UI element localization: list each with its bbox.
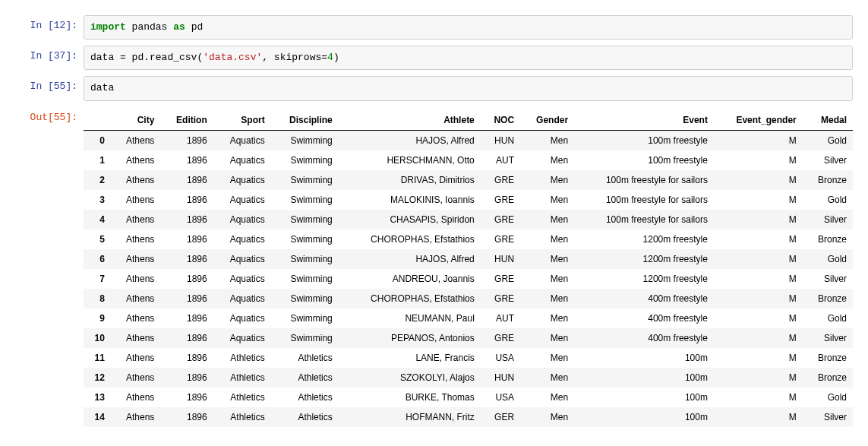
cell: 1896 <box>160 190 213 210</box>
row-index: 5 <box>84 229 111 249</box>
cell: Athletics <box>271 368 339 387</box>
cell: M <box>714 308 803 328</box>
row-index: 6 <box>84 249 111 269</box>
cell: 1896 <box>160 387 213 407</box>
cell: Men <box>520 387 574 407</box>
cell: Athletics <box>271 407 339 427</box>
table-row: 5Athens1896AquaticsSwimmingCHOROPHAS, Ef… <box>84 229 853 249</box>
cell: 1896 <box>160 308 213 328</box>
cell: 1200m freestyle <box>574 269 714 289</box>
code-text: data = pd.read_csv( <box>90 52 203 63</box>
cell: GRE <box>481 170 520 190</box>
cell: Swimming <box>271 289 339 308</box>
output-cell-3: Out[55]: City Edition Sport Discipline A… <box>0 107 868 427</box>
cell: GRE <box>481 210 520 229</box>
number-literal: 4 <box>327 52 333 63</box>
code-cell-1[interactable]: In [12]: import pandas as pd <box>0 15 868 40</box>
cell: 100m freestyle <box>574 150 714 170</box>
cell: Men <box>520 190 574 210</box>
cell: Gold <box>803 130 853 150</box>
cell: 100m <box>574 368 714 387</box>
code-input[interactable]: data = pd.read_csv('data.csv', skiprows=… <box>84 46 853 70</box>
row-index: 11 <box>84 348 111 368</box>
cell: Athletics <box>213 387 271 407</box>
col-header: Discipline <box>271 110 339 131</box>
cell: Athens <box>111 190 160 210</box>
cell: Men <box>520 150 574 170</box>
row-index: 8 <box>84 289 111 308</box>
cell: Men <box>520 130 574 150</box>
cell: Bronze <box>803 368 853 387</box>
cell: Gold <box>803 308 853 328</box>
header-row: City Edition Sport Discipline Athlete NO… <box>84 110 853 131</box>
code-cell-2[interactable]: In [37]: data = pd.read_csv('data.csv', … <box>0 46 868 70</box>
cell: Athletics <box>213 348 271 368</box>
cell: PEPANOS, Antonios <box>339 328 481 348</box>
cell: Swimming <box>271 210 339 229</box>
input-prompt: In [55]: <box>0 76 84 96</box>
cell: HUN <box>481 249 520 269</box>
cell: Bronze <box>803 348 853 368</box>
string-literal: 'data.csv' <box>203 52 262 63</box>
code-input[interactable]: import pandas as pd <box>84 15 853 40</box>
table-row: 13Athens1896AthleticsAthleticsBURKE, Tho… <box>84 387 853 407</box>
table-row: 10Athens1896AquaticsSwimmingPEPANOS, Ant… <box>84 328 853 348</box>
cell: Bronze <box>803 170 853 190</box>
table-row: 7Athens1896AquaticsSwimmingANDREOU, Joan… <box>84 269 853 289</box>
code-text: , skiprows= <box>262 52 327 63</box>
cell: Aquatics <box>213 328 271 348</box>
cell: Aquatics <box>213 190 271 210</box>
table-row: 6Athens1896AquaticsSwimmingHAJOS, Alfred… <box>84 249 853 269</box>
code-cell-3[interactable]: In [55]: data <box>0 76 868 100</box>
cell: 400m freestyle <box>574 289 714 308</box>
cell: HUN <box>481 368 520 387</box>
table-row: 12Athens1896AthleticsAthleticsSZOKOLYI, … <box>84 368 853 387</box>
table-row: 1Athens1896AquaticsSwimmingHERSCHMANN, O… <box>84 150 853 170</box>
cell: 100m freestyle for sailors <box>574 210 714 229</box>
cell: M <box>714 150 803 170</box>
cell: 1896 <box>160 170 213 190</box>
cell: 1896 <box>160 210 213 229</box>
cell: Athens <box>111 368 160 387</box>
cell: M <box>714 170 803 190</box>
cell: M <box>714 190 803 210</box>
cell: 1896 <box>160 407 213 427</box>
cell: 1896 <box>160 328 213 348</box>
notebook-container: In [12]: import pandas as pd In [37]: da… <box>0 0 868 427</box>
cell: Swimming <box>271 269 339 289</box>
cell: Athletics <box>271 348 339 368</box>
cell: Athens <box>111 249 160 269</box>
cell: Men <box>520 170 574 190</box>
code-input[interactable]: data <box>84 76 853 100</box>
cell: HOFMANN, Fritz <box>339 407 481 427</box>
table-row: 8Athens1896AquaticsSwimmingCHOROPHAS, Ef… <box>84 289 853 308</box>
cell: M <box>714 348 803 368</box>
cell: Athens <box>111 387 160 407</box>
cell: Men <box>520 269 574 289</box>
cell: Athens <box>111 210 160 229</box>
cell: Bronze <box>803 229 853 249</box>
cell: Men <box>520 328 574 348</box>
cell: 1896 <box>160 289 213 308</box>
cell: Silver <box>803 407 853 427</box>
cell: Aquatics <box>213 210 271 229</box>
cell: M <box>714 249 803 269</box>
cell: GRE <box>481 328 520 348</box>
cell: USA <box>481 348 520 368</box>
cell: M <box>714 210 803 229</box>
keyword: as <box>173 21 185 33</box>
cell: GRE <box>481 269 520 289</box>
cell: Swimming <box>271 249 339 269</box>
cell: Athens <box>111 407 160 427</box>
cell: GRE <box>481 190 520 210</box>
cell: NEUMANN, Paul <box>339 308 481 328</box>
cell: Swimming <box>271 130 339 150</box>
cell: BURKE, Thomas <box>339 387 481 407</box>
cell: GER <box>481 407 520 427</box>
cell: Silver <box>803 269 853 289</box>
cell: Gold <box>803 249 853 269</box>
cell: Swimming <box>271 190 339 210</box>
cell: 1200m freestyle <box>574 249 714 269</box>
cell: Athens <box>111 308 160 328</box>
col-header: Edition <box>160 110 213 131</box>
